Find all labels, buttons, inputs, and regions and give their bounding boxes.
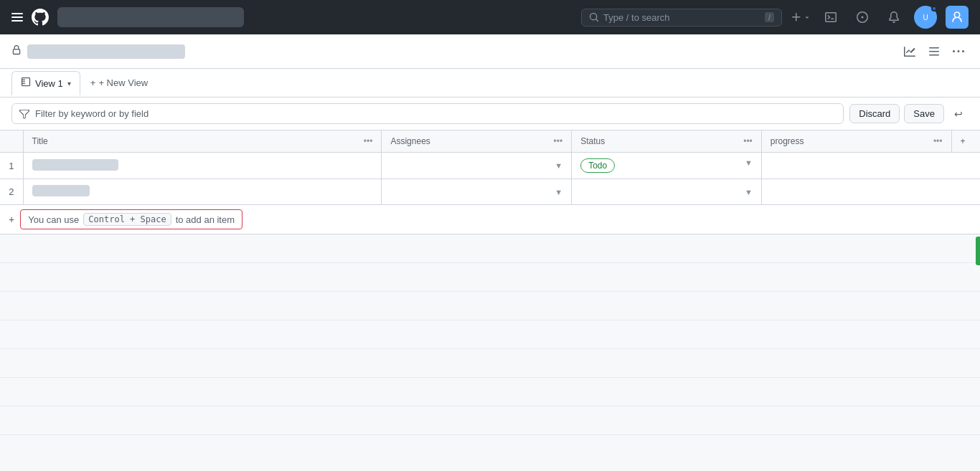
sub-header bbox=[0, 34, 980, 69]
new-view-button[interactable]: + + New View bbox=[83, 73, 155, 92]
top-nav: Type / to search / bbox=[0, 0, 980, 34]
row-1-assignees-arrow: ▼ bbox=[555, 161, 562, 170]
empty-row bbox=[0, 234, 980, 263]
repo-breadcrumb bbox=[57, 7, 244, 27]
tab-view1[interactable]: View 1 ▾ bbox=[11, 71, 80, 95]
save-button[interactable]: Save bbox=[904, 104, 944, 123]
th-progress-label: progress bbox=[771, 136, 804, 146]
undo-button[interactable]: ↩ bbox=[948, 104, 969, 123]
nav-actions: U bbox=[791, 6, 969, 29]
th-assignees-label: Assignees bbox=[390, 136, 430, 146]
discard-button[interactable]: Discard bbox=[849, 104, 900, 123]
row-number-1: 1 bbox=[0, 153, 23, 179]
project-table: Title ••• Assignees ••• Status ••• bbox=[0, 130, 980, 205]
hamburger-icon[interactable] bbox=[11, 11, 23, 23]
th-assignees: Assignees ••• bbox=[382, 130, 572, 153]
add-row-hint: You can use Control + Space to add an it… bbox=[20, 209, 242, 229]
sub-header-actions bbox=[900, 43, 969, 60]
svg-rect-1 bbox=[11, 16, 23, 18]
inbox-button[interactable] bbox=[882, 6, 905, 29]
create-new-button[interactable] bbox=[791, 11, 811, 23]
empty-rows-area bbox=[0, 234, 980, 435]
table-header: Title ••• Assignees ••• Status ••• bbox=[0, 130, 980, 153]
tab-dropdown-icon[interactable]: ▾ bbox=[67, 80, 71, 87]
svg-rect-0 bbox=[11, 13, 23, 14]
row-2-title-content bbox=[32, 185, 90, 196]
table-container: Title ••• Assignees ••• Status ••• bbox=[0, 130, 980, 435]
row-1-progress[interactable] bbox=[761, 153, 951, 179]
hint-text-after: to add an item bbox=[176, 214, 235, 225]
table-row: 2 ▼ ▼ bbox=[0, 179, 980, 205]
th-title: Title ••• bbox=[23, 130, 382, 153]
activity-button[interactable] bbox=[851, 6, 874, 29]
add-row-plus-icon[interactable]: + bbox=[9, 214, 14, 225]
hint-text-before: You can use bbox=[28, 214, 79, 225]
title-col-options[interactable]: ••• bbox=[364, 136, 373, 146]
filter-input[interactable]: Filter by keyword or by field bbox=[11, 103, 844, 124]
row-1-title-content bbox=[32, 159, 118, 171]
th-title-label: Title bbox=[32, 136, 48, 146]
github-logo[interactable] bbox=[32, 9, 49, 26]
th-status-label: Status bbox=[580, 136, 605, 146]
th-progress: progress ••• bbox=[761, 130, 951, 153]
status-col-options[interactable]: ••• bbox=[743, 136, 753, 146]
row-1-assignees[interactable]: ▼ bbox=[382, 153, 572, 179]
filter-actions: Discard Save ↩ bbox=[849, 104, 969, 123]
row-number-2: 2 bbox=[0, 179, 23, 205]
th-add-column[interactable]: + bbox=[951, 130, 980, 153]
empty-row bbox=[0, 378, 980, 406]
terminal-button[interactable] bbox=[819, 6, 842, 29]
row-1-status[interactable]: Todo ▼ bbox=[572, 153, 762, 179]
table-row: 1 ▼ Todo ▼ bbox=[0, 153, 980, 179]
row-2-title[interactable] bbox=[23, 179, 382, 205]
row-2-status-arrow: ▼ bbox=[745, 188, 753, 196]
empty-row bbox=[0, 349, 980, 378]
search-text: Type / to search bbox=[603, 12, 670, 23]
search-slash-badge: / bbox=[765, 12, 774, 22]
row-2-assignees-arrow: ▼ bbox=[555, 188, 562, 196]
row-1-title[interactable] bbox=[23, 153, 382, 179]
filter-bar: Filter by keyword or by field Discard Sa… bbox=[0, 97, 980, 130]
hint-key: Control + Space bbox=[83, 213, 171, 226]
svg-rect-2 bbox=[11, 20, 23, 22]
tab-icon bbox=[21, 77, 31, 90]
lock-icon bbox=[11, 45, 22, 57]
tabs-bar: View 1 ▾ + + New View bbox=[0, 69, 980, 97]
layout-view-button[interactable] bbox=[924, 43, 944, 60]
more-options-button[interactable] bbox=[948, 43, 969, 60]
empty-row bbox=[0, 292, 980, 320]
empty-row bbox=[0, 263, 980, 292]
row-2-assignees[interactable]: ▼ bbox=[382, 179, 572, 205]
user-avatar[interactable]: U bbox=[914, 6, 937, 29]
row-1-status-arrow: ▼ bbox=[745, 158, 753, 167]
tab-label: View 1 bbox=[35, 78, 63, 89]
row-2-status[interactable]: ▼ bbox=[572, 179, 762, 205]
new-view-label: + New View bbox=[98, 77, 148, 88]
new-view-plus-icon: + bbox=[90, 77, 96, 88]
second-avatar[interactable] bbox=[946, 6, 969, 29]
filter-placeholder: Filter by keyword or by field bbox=[35, 108, 149, 119]
global-search[interactable]: Type / to search / bbox=[581, 9, 782, 27]
empty-row bbox=[0, 320, 980, 349]
assignees-col-options[interactable]: ••• bbox=[554, 136, 563, 146]
th-number bbox=[0, 130, 23, 153]
notification-dot bbox=[931, 6, 937, 11]
todo-badge: Todo bbox=[580, 158, 615, 173]
project-title bbox=[27, 44, 185, 59]
progress-col-options[interactable]: ••• bbox=[933, 136, 943, 146]
chart-view-button[interactable] bbox=[900, 43, 920, 60]
add-row: + You can use Control + Space to add an … bbox=[0, 205, 980, 234]
green-indicator bbox=[976, 237, 980, 265]
th-status: Status ••• bbox=[572, 130, 762, 153]
table-body: 1 ▼ Todo ▼ 2 ▼ bbox=[0, 153, 980, 205]
empty-row bbox=[0, 406, 980, 435]
row-2-progress[interactable] bbox=[761, 179, 951, 205]
